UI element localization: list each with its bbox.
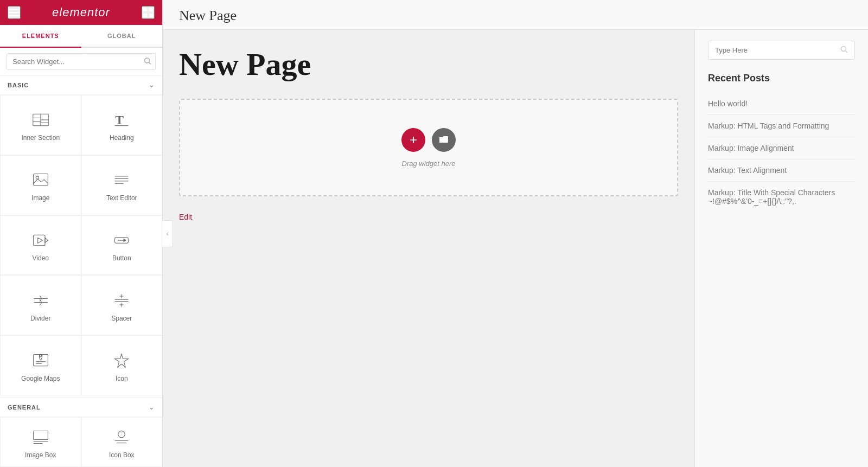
chevron-down-icon: ⌄: [149, 81, 155, 89]
post-link-1[interactable]: Hello world!: [708, 93, 855, 115]
elementor-logo: elementor: [52, 5, 110, 20]
divider-icon: [31, 291, 50, 310]
svg-rect-0: [9, 9, 20, 10]
svg-rect-4: [149, 8, 153, 11]
google-maps-icon: [31, 351, 50, 370]
widget-image-box[interactable]: Image Box: [0, 417, 81, 467]
main-canvas: New Page New Page + Drag widget here Edi…: [163, 0, 868, 467]
video-icon: [31, 231, 50, 250]
recent-posts-section: Recent Posts Hello world! Markup: HTML T…: [708, 73, 855, 212]
svg-rect-3: [143, 8, 147, 11]
svg-rect-2: [9, 15, 20, 16]
svg-marker-28: [124, 238, 126, 242]
add-widget-button[interactable]: +: [401, 128, 425, 152]
button-icon: [112, 231, 131, 250]
svg-marker-25: [37, 238, 42, 244]
svg-line-33: [40, 302, 42, 305]
page-content: New Page + Drag widget here Edit: [163, 30, 694, 467]
section-general-label: GENERAL: [8, 404, 41, 411]
page-title-large: New Page: [179, 46, 678, 82]
sidebar-tabs: ELEMENTS GLOBAL: [0, 25, 162, 48]
widget-text-editor[interactable]: Text Editor: [81, 155, 163, 215]
grid-icon[interactable]: [142, 6, 155, 19]
recent-posts-title: Recent Posts: [708, 73, 855, 84]
widget-heading-label: Heading: [110, 134, 134, 142]
drag-hint: Drag widget here: [402, 159, 456, 168]
tab-elements[interactable]: ELEMENTS: [0, 25, 81, 48]
svg-rect-23: [33, 235, 44, 246]
svg-line-8: [149, 62, 151, 65]
svg-point-49: [118, 431, 125, 437]
widget-divider[interactable]: Divider: [0, 275, 81, 335]
svg-point-7: [145, 58, 150, 63]
widget-spacer-label: Spacer: [111, 315, 132, 322]
search-icon[interactable]: [144, 57, 151, 66]
widget-text-editor-label: Text Editor: [106, 194, 137, 202]
search-input[interactable]: [7, 53, 156, 70]
post-link-2[interactable]: Markup: HTML Tags and Formatting: [708, 115, 855, 137]
widget-button[interactable]: Button: [81, 215, 163, 276]
menu-icon[interactable]: [8, 6, 21, 19]
post-link-4[interactable]: Markup: Text Alignment: [708, 159, 855, 182]
widget-google-maps-label: Google Maps: [21, 375, 60, 382]
icon-widget-icon: [112, 351, 131, 370]
widget-image-box-label: Image Box: [25, 451, 56, 459]
svg-line-30: [40, 296, 42, 298]
widget-inner-section[interactable]: Inner Section: [0, 95, 81, 155]
search-area: [0, 48, 162, 76]
template-button[interactable]: [432, 128, 456, 152]
svg-rect-17: [33, 174, 48, 185]
widget-video[interactable]: Video: [0, 215, 81, 276]
inner-section-icon: [31, 110, 50, 130]
svg-text:T: T: [116, 113, 124, 127]
svg-marker-45: [115, 354, 129, 367]
widget-video-label: Video: [33, 254, 49, 262]
svg-point-52: [841, 47, 846, 52]
section-general-header[interactable]: GENERAL ⌄: [0, 398, 162, 417]
widget-image[interactable]: Image: [0, 155, 81, 215]
widget-icon-box[interactable]: Icon Box: [81, 417, 163, 467]
right-search-input[interactable]: [715, 46, 840, 54]
widget-inner-section-label: Inner Section: [21, 134, 60, 142]
canvas-body: New Page + Drag widget here Edit: [163, 30, 868, 467]
section-basic-label: BASIC: [8, 82, 29, 88]
svg-rect-46: [33, 431, 48, 439]
edit-link[interactable]: Edit: [179, 213, 678, 221]
widget-google-maps[interactable]: Google Maps: [0, 335, 81, 395]
right-sidebar: Recent Posts Hello world! Markup: HTML T…: [694, 30, 868, 467]
widget-spacer[interactable]: Spacer: [81, 275, 163, 335]
right-search-bar: [708, 41, 855, 60]
chevron-down-general-icon: ⌄: [149, 404, 155, 411]
sidebar: elementor ELEMENTS GLOBAL B: [0, 0, 163, 467]
section-basic-header[interactable]: BASIC ⌄: [0, 76, 162, 95]
tab-global[interactable]: GLOBAL: [81, 25, 163, 48]
drop-zone[interactable]: + Drag widget here: [179, 99, 678, 196]
svg-point-42: [40, 355, 42, 357]
icon-box-icon: [112, 427, 131, 447]
widget-button-label: Button: [112, 254, 131, 262]
drop-zone-buttons: +: [401, 128, 456, 152]
post-link-3[interactable]: Markup: Image Alignment: [708, 137, 855, 159]
sidebar-header: elementor: [0, 0, 162, 25]
widget-icon[interactable]: Icon: [81, 335, 163, 395]
svg-line-53: [846, 51, 848, 53]
post-link-5[interactable]: Markup: Title With Special Characters ~!…: [708, 182, 855, 212]
image-icon: [31, 170, 50, 190]
widget-icon-label: Icon: [116, 375, 128, 382]
widget-grid-general: Image Box Icon Box: [0, 417, 162, 467]
svg-point-18: [36, 176, 39, 179]
heading-icon: T: [112, 110, 131, 130]
svg-marker-24: [45, 238, 48, 243]
right-search-icon: [840, 46, 848, 55]
svg-rect-5: [143, 14, 147, 17]
svg-rect-6: [149, 14, 153, 17]
spacer-icon: [112, 291, 131, 310]
widget-icon-box-label: Icon Box: [109, 451, 135, 459]
image-box-icon: [31, 427, 50, 447]
widget-image-label: Image: [31, 194, 49, 202]
svg-rect-1: [9, 12, 20, 13]
page-title-top: New Page: [179, 8, 237, 24]
widget-heading[interactable]: T Heading: [81, 95, 163, 155]
text-editor-icon: [112, 170, 131, 190]
collapse-handle[interactable]: ‹: [162, 220, 173, 247]
